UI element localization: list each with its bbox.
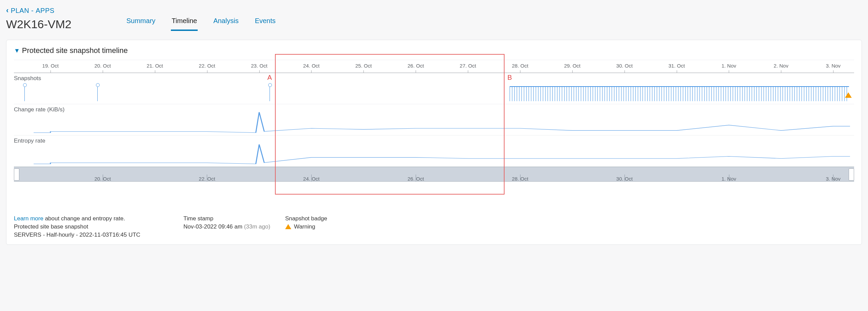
page-title: W2K16-VM2 — [6, 18, 72, 31]
tab-timeline[interactable]: Timeline — [171, 17, 198, 31]
snapshot-marker[interactable] — [24, 86, 25, 101]
timestamp-label: Time stamp — [183, 215, 278, 222]
tab-events[interactable]: Events — [254, 17, 276, 31]
breadcrumb-plan: PLAN — [11, 7, 29, 15]
scrubber-tick: 24. Oct — [303, 176, 319, 182]
chevron-left-icon: ‹ — [6, 6, 9, 15]
section-title: Protected site snapshot timeline — [22, 46, 128, 55]
base-snapshot-value: SERVERS - Half-hourly - 2022-11-03T16:45… — [14, 232, 177, 238]
x-tick: 23. Oct — [251, 63, 267, 69]
x-tick: 19. Oct — [42, 63, 59, 69]
x-tick: 27. Oct — [460, 63, 476, 69]
x-tick: 24. Oct — [303, 63, 319, 69]
learn-more-link[interactable]: Learn more — [14, 215, 43, 222]
x-tick: 30. Oct — [616, 63, 633, 69]
tab-summary[interactable]: Summary — [126, 17, 156, 31]
scrubber-tick: 22. Oct — [199, 176, 215, 182]
scrubber-tick: 3. Nov — [826, 176, 841, 182]
lane-snapshots[interactable]: Snapshots — [14, 73, 854, 104]
lane-change-rate[interactable]: Change rate (KiB/s) — [14, 104, 854, 135]
learn-more-tail: about change and entropy rate. — [43, 215, 125, 222]
badge-label: Snapshot badge — [285, 215, 380, 222]
x-tick: 21. Oct — [146, 63, 163, 69]
scrubber-tick: 28. Oct — [512, 176, 528, 182]
annotation-A: A — [268, 74, 272, 81]
breadcrumb[interactable]: ‹ PLAN - APPS — [6, 6, 862, 15]
x-tick: 28. Oct — [512, 63, 528, 69]
base-snapshot-label: Protected site base snapshot — [14, 223, 177, 230]
chevron-down-icon[interactable]: ▼ — [14, 47, 20, 54]
breadcrumb-sep: - — [31, 7, 34, 15]
snapshot-marker[interactable] — [270, 86, 270, 101]
warning-icon — [285, 224, 291, 229]
tab-bar: Summary Timeline Analysis Events — [126, 17, 276, 31]
x-tick: 1. Nov — [722, 63, 736, 69]
x-tick: 26. Oct — [408, 63, 424, 69]
chart-zone: 19. Oct20. Oct21. Oct22. Oct23. Oct24. O… — [14, 60, 854, 209]
timestamp-ago: (33m ago) — [244, 223, 270, 230]
annotation-B: B — [508, 74, 512, 81]
snapshot-dense-range[interactable] — [510, 86, 849, 101]
tab-analysis[interactable]: Analysis — [213, 17, 239, 31]
x-tick: 20. Oct — [94, 63, 111, 69]
scrubber-tick: 26. Oct — [408, 176, 424, 182]
x-tick: 3. Nov — [826, 63, 841, 69]
x-tick: 22. Oct — [199, 63, 215, 69]
breadcrumb-apps: APPS — [36, 7, 54, 15]
x-tick: 25. Oct — [355, 63, 372, 69]
x-tick: 29. Oct — [564, 63, 580, 69]
x-axis: 19. Oct20. Oct21. Oct22. Oct23. Oct24. O… — [14, 60, 854, 73]
x-tick: 2. Nov — [774, 63, 788, 69]
time-scrubber[interactable]: 20. Oct22. Oct24. Oct26. Oct28. Oct30. O… — [14, 167, 854, 182]
footer-info: Learn more about change and entropy rate… — [14, 215, 854, 238]
lane-entropy-rate[interactable]: Entropy rate — [14, 135, 854, 167]
scrubber-tick: 20. Oct — [94, 176, 111, 182]
timestamp-value: Nov-03-2022 09:46 am — [183, 223, 242, 230]
snapshot-marker[interactable] — [97, 86, 98, 101]
timeline-card: ▼ Protected site snapshot timeline 19. O… — [6, 40, 862, 245]
scrubber-tick: 30. Oct — [616, 176, 633, 182]
lane-label-snapshots: Snapshots — [14, 75, 41, 82]
scrubber-tick: 1. Nov — [722, 176, 736, 182]
x-tick: 31. Oct — [669, 63, 685, 69]
badge-value: Warning — [294, 223, 315, 230]
